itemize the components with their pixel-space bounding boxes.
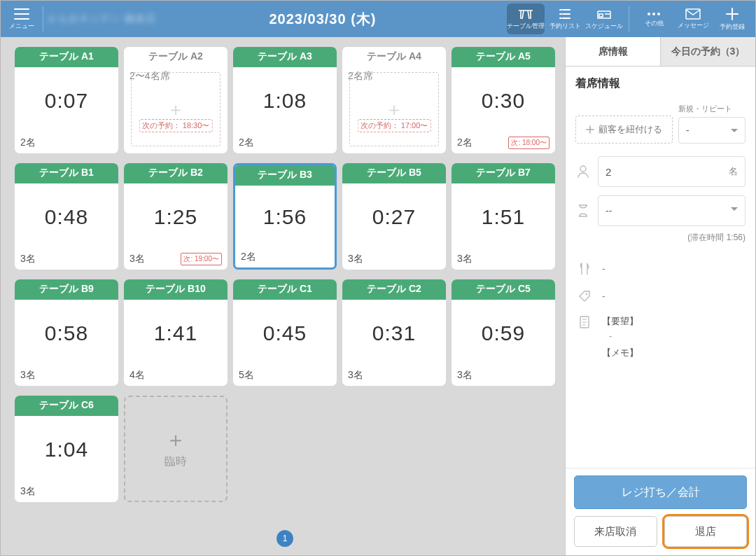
guest-count: 2名 <box>20 137 36 149</box>
header-divider <box>629 6 629 32</box>
tag-icon <box>577 290 592 303</box>
guest-count: 2名 <box>241 251 256 263</box>
table-name: テーブル A3 <box>233 47 337 67</box>
table-name: テーブル B7 <box>451 163 555 183</box>
course-value: - <box>602 263 606 274</box>
tool-new-reservation[interactable]: 予約登録 <box>713 4 751 34</box>
table-name: テーブル A2 <box>124 47 227 67</box>
table-icon <box>517 8 534 20</box>
list-icon <box>558 8 572 20</box>
link-customer-label: 顧客を紐付ける <box>598 123 662 136</box>
table-footer: 3名 <box>15 482 118 502</box>
tool-reservations[interactable]: 予約リスト <box>546 4 584 34</box>
table-card[interactable]: テーブル A4＋次の予約： 17:00〜2名席 <box>342 47 446 153</box>
table-card[interactable]: テーブル B50:273名 <box>342 163 446 270</box>
table-card[interactable]: テーブル C61:043名 <box>15 396 118 502</box>
guests-input[interactable]: 2 名 <box>598 156 746 187</box>
tool-tables[interactable]: テーブル管理 <box>507 4 545 34</box>
table-body: 0:59 <box>451 300 555 366</box>
elapsed-time: 0:45 <box>263 321 307 345</box>
table-footer: 3名 <box>451 366 555 386</box>
table-name: テーブル B5 <box>342 163 446 183</box>
table-card[interactable]: テーブル B10:483名 <box>15 163 118 270</box>
table-card[interactable]: テーブル B101:414名 <box>124 279 227 386</box>
tab-seat-info[interactable]: 席情報 <box>566 37 660 67</box>
elapsed-time: 1:51 <box>482 205 525 229</box>
table-card[interactable]: テーブル B71:513名 <box>451 163 555 270</box>
table-card[interactable]: テーブル C10:455名 <box>233 279 337 386</box>
table-card[interactable]: テーブル B90:583名 <box>15 279 118 386</box>
tool-messages[interactable]: メッセージ <box>674 4 712 34</box>
menu-button[interactable]: メニュー <box>5 8 38 31</box>
table-card[interactable]: テーブル C50:593名 <box>451 279 555 386</box>
table-footer: 3名 <box>15 250 118 270</box>
tab-today-reservations[interactable]: 今日の予約（3） <box>660 37 755 67</box>
table-card[interactable]: テーブル B31:562名 <box>233 163 337 270</box>
guest-count: 3名 <box>457 369 472 382</box>
table-card[interactable]: テーブル C20:313名 <box>342 279 446 386</box>
svg-rect-3 <box>686 9 700 19</box>
svg-point-4 <box>580 166 586 172</box>
table-name: テーブル C6 <box>15 396 118 416</box>
elapsed-time: 0:59 <box>482 321 525 345</box>
guest-count: 3名 <box>457 253 472 265</box>
cutlery-icon <box>577 262 592 276</box>
app-header: メニュー かもめキッチン 鎌倉店 2023/03/30 (木) テーブル管理 予… <box>1 1 755 37</box>
next-badge: 次: 18:00〜 <box>508 137 550 149</box>
register-payment-button[interactable]: レジ打ち／会計 <box>574 475 747 509</box>
table-name: テーブル C2 <box>342 279 446 300</box>
memo-label: 【メモ】 <box>602 347 746 359</box>
empty-slot[interactable]: ＋ <box>349 72 439 146</box>
hamburger-icon <box>14 8 29 20</box>
table-name: テーブル A4 <box>342 47 446 67</box>
add-temp-table[interactable]: ＋臨時 <box>124 396 227 502</box>
pager: 1 <box>15 524 555 550</box>
table-body: 0:45 <box>233 300 337 366</box>
page-indicator[interactable]: 1 <box>276 530 293 547</box>
repeat-select[interactable]: - <box>678 117 746 144</box>
elapsed-time: 1:08 <box>263 89 307 113</box>
guest-count: 3名 <box>348 369 363 382</box>
dots-icon <box>646 11 662 18</box>
side-actions: レジ打ち／会計 来店取消 退店 <box>566 468 755 555</box>
plus-icon <box>725 7 739 21</box>
plus-icon: ＋ <box>385 97 403 122</box>
table-card[interactable]: テーブル A50:302名次: 18:00〜 <box>451 47 555 153</box>
table-card[interactable]: テーブル A31:082名 <box>233 47 337 153</box>
table-card[interactable]: テーブル A10:072名 <box>15 47 118 153</box>
elapsed-time: 0:58 <box>45 321 88 345</box>
plus-icon: ＋ <box>165 429 186 450</box>
side-body: 着席情報 顧客を紐付ける 新規・リピート - <box>566 67 755 468</box>
empty-slot[interactable]: ＋ <box>131 72 220 146</box>
table-card[interactable]: テーブル A2＋次の予約： 18:30〜2〜4名席 <box>124 47 227 153</box>
table-name: テーブル C1 <box>233 279 337 300</box>
elapsed-time: 1:56 <box>263 205 307 229</box>
leave-button[interactable]: 退店 <box>664 516 748 547</box>
elapsed-time: 0:48 <box>45 205 88 229</box>
floor-area: テーブル A10:072名テーブル A2＋次の予約： 18:30〜2〜4名席テー… <box>1 37 565 555</box>
tool-other[interactable]: その他 <box>635 4 673 34</box>
schedule-icon <box>596 8 612 20</box>
temp-label: 臨時 <box>164 454 187 469</box>
table-body: 0:27 <box>342 183 446 250</box>
tool-schedule[interactable]: スケジュール <box>585 4 623 34</box>
duration-select[interactable]: -- <box>598 195 746 226</box>
cancel-visit-button[interactable]: 来店取消 <box>574 516 657 547</box>
table-name: テーブル C5 <box>451 279 555 300</box>
plus-icon: ＋ <box>167 97 185 122</box>
table-footer: 2名 <box>235 248 335 267</box>
repeat-label: 新規・リピート <box>678 104 746 114</box>
menu-label: メニュー <box>5 22 38 31</box>
header-divider <box>43 6 43 32</box>
table-name: テーブル B2 <box>124 163 227 183</box>
table-body: 0:48 <box>15 183 118 250</box>
table-card[interactable]: テーブル B21:253名次: 19:00〜 <box>124 163 227 270</box>
guest-count: 3名 <box>348 253 363 265</box>
table-body: 1:25 <box>124 183 227 250</box>
elapsed-time: (滞在時間 1:56) <box>575 232 746 244</box>
table-footer: 3名 <box>451 250 555 270</box>
guest-count: 2名 <box>239 137 254 149</box>
request-label: 【要望】 <box>602 315 746 328</box>
link-customer-button[interactable]: 顧客を紐付ける <box>575 116 673 144</box>
table-body: 0:31 <box>342 300 446 366</box>
